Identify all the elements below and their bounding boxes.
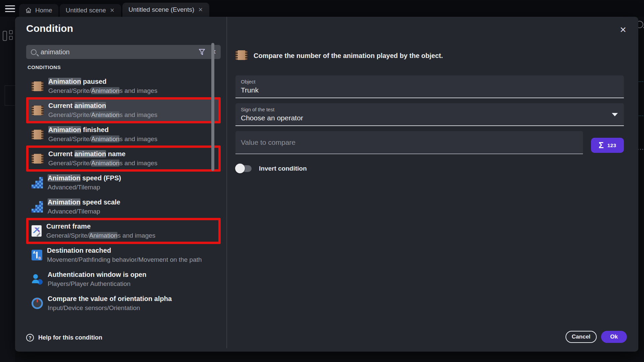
condition-path: General/Sprite/Animations and images — [48, 86, 157, 96]
tilemap-icon — [32, 177, 43, 188]
condition-title: Animation speed scale — [48, 197, 120, 207]
condition-list-item[interactable]: Animation speed scale Advanced/Tilemap — [26, 195, 221, 219]
tab-close-icon[interactable]: × — [198, 6, 203, 13]
condition-path: Advanced/Tilemap — [48, 207, 120, 216]
condition-title: Destination reached — [47, 246, 202, 255]
invert-condition-label: Invert condition — [259, 165, 307, 172]
chevron-down-icon — [612, 113, 618, 116]
tab-close-icon[interactable]: × — [109, 7, 115, 14]
dialog-title: Condition — [26, 23, 73, 34]
condition-list-item[interactable]: Current animation General/Sprite/Animati… — [26, 98, 221, 122]
condition-path: General/Sprite/Animations and images — [46, 231, 155, 240]
search-input[interactable] — [41, 48, 194, 56]
field-value: Trunk — [241, 85, 619, 95]
condition-list-item[interactable]: Authentication window is open Players/Pl… — [26, 267, 221, 291]
field-label: Object — [241, 78, 619, 85]
condition-dialog: Condition × × CONDITIONS Animation pause… — [15, 17, 638, 352]
tab-home[interactable]: Home — [19, 4, 58, 17]
condition-path: Players/Player Authentication — [48, 279, 146, 289]
condition-description: Compare the number of the animation play… — [254, 50, 443, 61]
toggle-knob — [235, 164, 245, 173]
condition-list-item[interactable]: Compare the value of orientation alpha I… — [26, 291, 221, 315]
conditions-list: Animation paused General/Sprite/Animatio… — [26, 74, 226, 315]
screen: Home Untitled scene × Untitled scene (Ev… — [0, 0, 644, 362]
dialog-close-icon[interactable]: × — [620, 24, 626, 35]
condition-path: Advanced/Tilemap — [48, 183, 121, 192]
condition-list-item[interactable]: Current frame General/Sprite/Animations … — [26, 219, 221, 243]
filter-icon[interactable] — [198, 48, 206, 56]
home-icon — [25, 7, 32, 14]
condition-list-item[interactable]: Animation finished General/Sprite/Animat… — [26, 122, 221, 146]
help-label: Help for this condition — [38, 334, 102, 341]
condition-path: Input/Device sensors/Orientation — [48, 303, 172, 313]
ok-button[interactable]: Ok — [601, 331, 627, 343]
condition-title: Animation paused — [48, 77, 157, 86]
expression-builder-button[interactable]: Σ 123 — [591, 138, 624, 153]
condition-path: General/Sprite/Animations and images — [48, 159, 157, 168]
menu-icon[interactable] — [5, 5, 15, 12]
search-icon — [31, 49, 37, 55]
tab-untitled-scene[interactable]: Untitled scene × — [60, 4, 121, 17]
editor-topbar: Home Untitled scene × Untitled scene (Ev… — [0, 0, 644, 17]
pathfinding-icon — [32, 250, 42, 260]
player-auth-icon — [32, 274, 43, 285]
condition-path: Movement/Pathfinding behavior/Movement o… — [47, 255, 202, 264]
condition-list-item[interactable]: Animation paused General/Sprite/Animatio… — [26, 74, 221, 98]
field-placeholder: Value to compare — [241, 138, 296, 146]
conditions-pane: × CONDITIONS Animation paused General/Sp… — [26, 45, 226, 322]
condition-title: Compare the value of orientation alpha — [48, 294, 172, 303]
condition-title: Animation finished — [48, 125, 157, 134]
instances-panel-icon[interactable] — [3, 30, 14, 42]
condition-editor-pane: Compare the number of the animation play… — [235, 50, 624, 172]
object-field[interactable]: Object Trunk — [235, 75, 624, 98]
section-label: CONDITIONS — [28, 64, 226, 70]
condition-title: Current animation — [48, 101, 157, 110]
editor-left-strip — [0, 17, 15, 362]
field-value: Choose an operator — [241, 113, 619, 123]
invert-condition-toggle[interactable] — [236, 165, 252, 172]
sigma-icon: Σ — [599, 140, 604, 150]
value-to-compare-field[interactable]: Value to compare — [235, 131, 583, 154]
film-reel-icon — [32, 106, 44, 115]
field-label: Sign of the test — [241, 106, 619, 113]
condition-title: Current frame — [46, 222, 155, 231]
condition-searchbox[interactable]: × — [26, 45, 221, 59]
tab-label: Home — [35, 7, 52, 14]
help-link[interactable]: ? Help for this condition — [26, 334, 102, 342]
condition-list-item[interactable]: Animation speed (FPS) Advanced/Tilemap — [26, 171, 221, 195]
condition-list-item[interactable]: Current animation name General/Sprite/An… — [26, 146, 221, 171]
orientation-icon — [32, 298, 43, 309]
film-reel-icon — [32, 130, 44, 139]
cancel-button[interactable]: Cancel — [566, 331, 597, 343]
list-scrollbar[interactable] — [211, 43, 214, 171]
film-reel-icon — [32, 154, 44, 164]
help-icon: ? — [26, 334, 34, 342]
condition-title: Animation speed (FPS) — [48, 173, 121, 183]
tilemap-icon — [32, 201, 43, 213]
tab-label: Untitled scene — [66, 7, 106, 14]
condition-title: Authentication window is open — [48, 270, 146, 279]
tab-untitled-scene-events[interactable]: Untitled scene (Events) × — [122, 3, 209, 17]
pane-divider — [226, 17, 227, 348]
condition-title: Current animation name — [48, 149, 157, 159]
film-reel-icon — [235, 50, 248, 60]
condition-path: General/Sprite/Animations and images — [48, 110, 157, 120]
numbers-icon: 123 — [607, 142, 616, 148]
operator-select[interactable]: Sign of the test Choose an operator — [235, 103, 624, 126]
film-reel-icon — [32, 81, 44, 91]
condition-list-item[interactable]: Destination reached Movement/Pathfinding… — [26, 243, 221, 267]
frame-icon — [32, 225, 42, 237]
tab-label: Untitled scene (Events) — [128, 6, 194, 13]
condition-path: General/Sprite/Animations and images — [48, 134, 157, 144]
